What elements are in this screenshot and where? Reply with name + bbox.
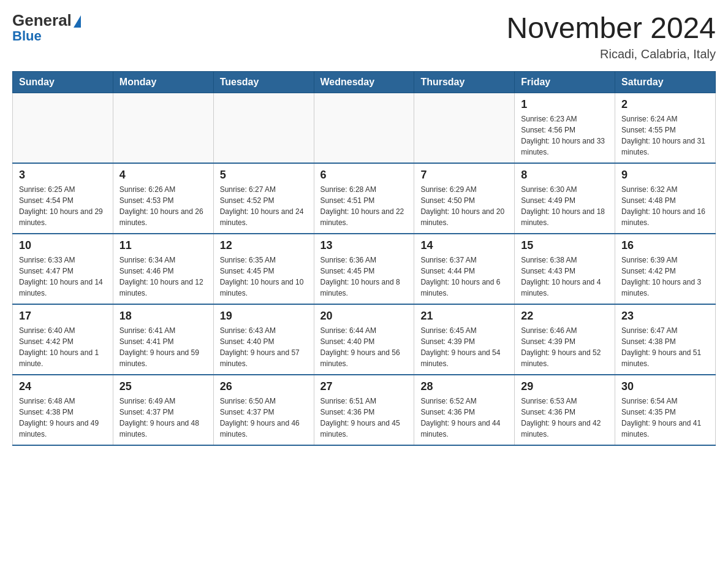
column-header-thursday: Thursday bbox=[414, 71, 515, 93]
day-info: Sunrise: 6:48 AM Sunset: 4:38 PM Dayligh… bbox=[19, 396, 107, 440]
day-number: 1 bbox=[521, 98, 609, 111]
day-cell: 3Sunrise: 6:25 AM Sunset: 4:54 PM Daylig… bbox=[13, 163, 113, 234]
day-info: Sunrise: 6:45 AM Sunset: 4:39 PM Dayligh… bbox=[420, 325, 508, 369]
day-info: Sunrise: 6:47 AM Sunset: 4:38 PM Dayligh… bbox=[621, 325, 709, 369]
logo-general-text: General bbox=[12, 12, 72, 28]
column-header-wednesday: Wednesday bbox=[314, 71, 414, 93]
day-info: Sunrise: 6:43 AM Sunset: 4:40 PM Dayligh… bbox=[220, 325, 308, 369]
column-header-saturday: Saturday bbox=[615, 71, 716, 93]
day-number: 23 bbox=[621, 310, 709, 323]
day-cell: 26Sunrise: 6:50 AM Sunset: 4:37 PM Dayli… bbox=[213, 375, 314, 445]
day-cell: 1Sunrise: 6:23 AM Sunset: 4:56 PM Daylig… bbox=[515, 93, 615, 163]
month-title: November 2024 bbox=[506, 12, 716, 45]
day-cell: 12Sunrise: 6:35 AM Sunset: 4:45 PM Dayli… bbox=[213, 234, 314, 304]
day-number: 24 bbox=[19, 380, 107, 393]
day-cell: 9Sunrise: 6:32 AM Sunset: 4:48 PM Daylig… bbox=[615, 163, 716, 234]
day-number: 3 bbox=[19, 169, 107, 182]
day-cell: 11Sunrise: 6:34 AM Sunset: 4:46 PM Dayli… bbox=[113, 234, 213, 304]
column-header-sunday: Sunday bbox=[13, 71, 113, 93]
column-header-tuesday: Tuesday bbox=[213, 71, 314, 93]
day-cell: 30Sunrise: 6:54 AM Sunset: 4:35 PM Dayli… bbox=[615, 375, 716, 445]
day-cell: 29Sunrise: 6:53 AM Sunset: 4:36 PM Dayli… bbox=[515, 375, 615, 445]
day-number: 28 bbox=[420, 380, 508, 393]
column-header-friday: Friday bbox=[515, 71, 615, 93]
day-cell: 15Sunrise: 6:38 AM Sunset: 4:43 PM Dayli… bbox=[515, 234, 615, 304]
day-number: 12 bbox=[220, 239, 308, 252]
day-number: 10 bbox=[19, 239, 107, 252]
day-info: Sunrise: 6:44 AM Sunset: 4:40 PM Dayligh… bbox=[320, 325, 408, 369]
header-row: SundayMondayTuesdayWednesdayThursdayFrid… bbox=[13, 71, 716, 93]
week-row-5: 24Sunrise: 6:48 AM Sunset: 4:38 PM Dayli… bbox=[13, 375, 716, 445]
day-info: Sunrise: 6:40 AM Sunset: 4:42 PM Dayligh… bbox=[19, 325, 107, 369]
day-number: 13 bbox=[320, 239, 408, 252]
day-number: 9 bbox=[621, 169, 709, 182]
day-info: Sunrise: 6:39 AM Sunset: 4:42 PM Dayligh… bbox=[621, 255, 709, 299]
day-info: Sunrise: 6:35 AM Sunset: 4:45 PM Dayligh… bbox=[220, 255, 308, 299]
day-info: Sunrise: 6:50 AM Sunset: 4:37 PM Dayligh… bbox=[220, 396, 308, 440]
day-info: Sunrise: 6:49 AM Sunset: 4:37 PM Dayligh… bbox=[119, 396, 207, 440]
day-info: Sunrise: 6:52 AM Sunset: 4:36 PM Dayligh… bbox=[420, 396, 508, 440]
day-info: Sunrise: 6:54 AM Sunset: 4:35 PM Dayligh… bbox=[621, 396, 709, 440]
day-info: Sunrise: 6:33 AM Sunset: 4:47 PM Dayligh… bbox=[19, 255, 107, 299]
day-info: Sunrise: 6:26 AM Sunset: 4:53 PM Dayligh… bbox=[119, 184, 207, 228]
day-cell: 2Sunrise: 6:24 AM Sunset: 4:55 PM Daylig… bbox=[615, 93, 716, 163]
day-number: 11 bbox=[119, 239, 207, 252]
day-info: Sunrise: 6:41 AM Sunset: 4:41 PM Dayligh… bbox=[119, 325, 207, 369]
day-number: 29 bbox=[521, 380, 609, 393]
day-info: Sunrise: 6:46 AM Sunset: 4:39 PM Dayligh… bbox=[521, 325, 609, 369]
day-number: 17 bbox=[19, 310, 107, 323]
day-info: Sunrise: 6:36 AM Sunset: 4:45 PM Dayligh… bbox=[320, 255, 408, 299]
day-number: 22 bbox=[521, 310, 609, 323]
calendar-header: SundayMondayTuesdayWednesdayThursdayFrid… bbox=[13, 71, 716, 93]
day-number: 26 bbox=[220, 380, 308, 393]
day-info: Sunrise: 6:30 AM Sunset: 4:49 PM Dayligh… bbox=[521, 184, 609, 228]
day-cell: 22Sunrise: 6:46 AM Sunset: 4:39 PM Dayli… bbox=[515, 304, 615, 375]
day-info: Sunrise: 6:28 AM Sunset: 4:51 PM Dayligh… bbox=[320, 184, 408, 228]
day-cell: 14Sunrise: 6:37 AM Sunset: 4:44 PM Dayli… bbox=[414, 234, 515, 304]
day-cell: 4Sunrise: 6:26 AM Sunset: 4:53 PM Daylig… bbox=[113, 163, 213, 234]
day-info: Sunrise: 6:38 AM Sunset: 4:43 PM Dayligh… bbox=[521, 255, 609, 299]
day-cell: 19Sunrise: 6:43 AM Sunset: 4:40 PM Dayli… bbox=[213, 304, 314, 375]
day-cell: 8Sunrise: 6:30 AM Sunset: 4:49 PM Daylig… bbox=[515, 163, 615, 234]
calendar-body: 1Sunrise: 6:23 AM Sunset: 4:56 PM Daylig… bbox=[13, 93, 716, 445]
column-header-monday: Monday bbox=[113, 71, 213, 93]
day-number: 5 bbox=[220, 169, 308, 182]
day-number: 16 bbox=[621, 239, 709, 252]
day-number: 30 bbox=[621, 380, 709, 393]
day-cell: 23Sunrise: 6:47 AM Sunset: 4:38 PM Dayli… bbox=[615, 304, 716, 375]
week-row-1: 1Sunrise: 6:23 AM Sunset: 4:56 PM Daylig… bbox=[13, 93, 716, 163]
day-number: 6 bbox=[320, 169, 408, 182]
day-cell: 21Sunrise: 6:45 AM Sunset: 4:39 PM Dayli… bbox=[414, 304, 515, 375]
day-cell: 10Sunrise: 6:33 AM Sunset: 4:47 PM Dayli… bbox=[13, 234, 113, 304]
day-number: 2 bbox=[621, 98, 709, 111]
day-number: 14 bbox=[420, 239, 508, 252]
day-cell bbox=[213, 93, 314, 163]
day-cell: 28Sunrise: 6:52 AM Sunset: 4:36 PM Dayli… bbox=[414, 375, 515, 445]
day-info: Sunrise: 6:29 AM Sunset: 4:50 PM Dayligh… bbox=[420, 184, 508, 228]
day-cell: 7Sunrise: 6:29 AM Sunset: 4:50 PM Daylig… bbox=[414, 163, 515, 234]
day-info: Sunrise: 6:53 AM Sunset: 4:36 PM Dayligh… bbox=[521, 396, 609, 440]
day-info: Sunrise: 6:23 AM Sunset: 4:56 PM Dayligh… bbox=[521, 113, 609, 158]
day-number: 21 bbox=[420, 310, 508, 323]
day-cell: 6Sunrise: 6:28 AM Sunset: 4:51 PM Daylig… bbox=[314, 163, 414, 234]
day-info: Sunrise: 6:24 AM Sunset: 4:55 PM Dayligh… bbox=[621, 113, 709, 158]
day-cell bbox=[414, 93, 515, 163]
day-number: 18 bbox=[119, 310, 207, 323]
logo-blue-text: Blue bbox=[12, 28, 42, 44]
day-info: Sunrise: 6:32 AM Sunset: 4:48 PM Dayligh… bbox=[621, 184, 709, 228]
calendar-table: SundayMondayTuesdayWednesdayThursdayFrid… bbox=[12, 71, 716, 446]
day-cell: 17Sunrise: 6:40 AM Sunset: 4:42 PM Dayli… bbox=[13, 304, 113, 375]
logo-triangle-icon bbox=[74, 15, 81, 28]
day-cell: 18Sunrise: 6:41 AM Sunset: 4:41 PM Dayli… bbox=[113, 304, 213, 375]
day-number: 4 bbox=[119, 169, 207, 182]
day-cell: 25Sunrise: 6:49 AM Sunset: 4:37 PM Dayli… bbox=[113, 375, 213, 445]
title-block: November 2024 Ricadi, Calabria, Italy bbox=[506, 12, 716, 61]
day-number: 15 bbox=[521, 239, 609, 252]
day-info: Sunrise: 6:37 AM Sunset: 4:44 PM Dayligh… bbox=[420, 255, 508, 299]
day-cell bbox=[314, 93, 414, 163]
day-cell: 13Sunrise: 6:36 AM Sunset: 4:45 PM Dayli… bbox=[314, 234, 414, 304]
day-cell: 20Sunrise: 6:44 AM Sunset: 4:40 PM Dayli… bbox=[314, 304, 414, 375]
week-row-3: 10Sunrise: 6:33 AM Sunset: 4:47 PM Dayli… bbox=[13, 234, 716, 304]
day-cell: 5Sunrise: 6:27 AM Sunset: 4:52 PM Daylig… bbox=[213, 163, 314, 234]
day-cell bbox=[13, 93, 113, 163]
